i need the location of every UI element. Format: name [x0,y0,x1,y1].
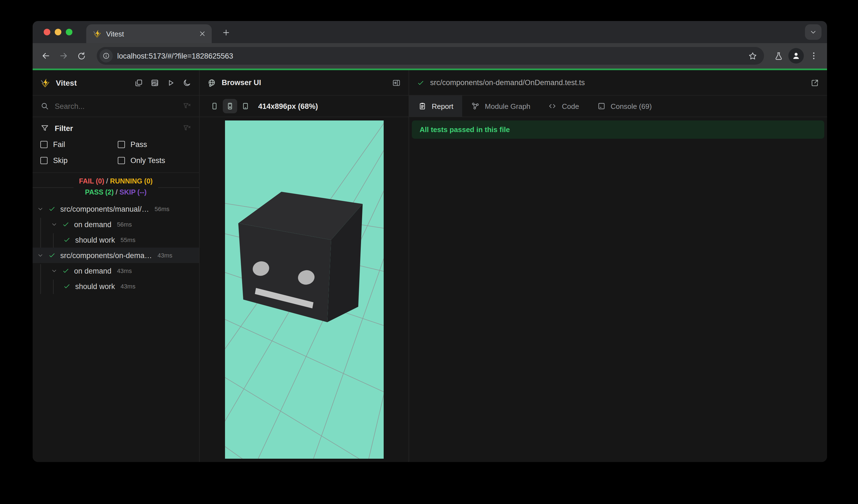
vitest-favicon-icon [93,29,102,38]
pass-check-icon [62,267,70,275]
pass-check-icon [48,251,56,259]
device-tablet-button[interactable] [238,99,253,113]
report-tabs: Report Module Graph Code Console (69) [409,96,827,117]
tab-module-graph[interactable]: Module Graph [462,96,539,117]
browser-menu-button[interactable] [806,48,822,64]
device-phone-plus-button[interactable] [223,99,237,113]
rendered-test-page[interactable] [225,120,383,459]
checkbox[interactable] [118,141,125,148]
duration-label: 56ms [117,221,132,228]
tab-search-button[interactable] [805,24,822,40]
globe-icon [207,78,216,87]
tab-console[interactable]: Console (69) [588,96,661,117]
info-icon [102,52,110,60]
chevron-down-icon[interactable] [37,206,44,212]
pass-check-icon [62,221,70,228]
tab-strip: Vitest [33,21,827,43]
zoom-window-button[interactable] [66,29,73,35]
console-icon [597,102,606,111]
clear-search-filter-icon[interactable] [182,102,191,111]
fail-count: FAIL (0) [79,177,104,185]
vitest-logo-icon [41,78,50,87]
test-viewport-area [200,117,409,462]
chevron-down-icon[interactable] [51,267,58,274]
filter-checkbox-pass[interactable]: Pass [118,140,191,149]
device-small-phone-button[interactable] [207,99,222,113]
tab-code[interactable]: Code [539,96,588,117]
bookmark-button[interactable] [745,51,760,61]
duration-label: 56ms [155,206,170,212]
back-button[interactable] [38,48,54,64]
browser-ui-panel: Browser UI 414x896px (68%) [200,70,409,462]
minimize-window-button[interactable] [55,29,61,35]
app-title: Vitest [56,78,77,87]
phone-plus-icon [225,102,234,111]
filter-checkbox-skip[interactable]: Skip [41,157,118,165]
filter-checkbox-fail[interactable]: Fail [41,140,118,149]
new-tab-button[interactable] [220,26,233,39]
address-bar[interactable]: localhost:5173/#/?file=1828625563 [97,47,764,65]
tablet-icon [241,102,250,111]
test-file-row-selected[interactable]: src/components/on-dema… 43ms [33,248,199,263]
device-toolbar: 414x896px (68%) [200,96,409,117]
pass-check-icon [417,79,425,86]
arrow-left-icon [41,51,51,61]
checkbox[interactable] [41,141,48,148]
filter-section: Filter Fail Pass Skip Only Tests [33,117,199,173]
test-suite-row[interactable]: on demand 43ms [33,263,199,278]
clear-filter-icon[interactable] [182,124,191,133]
dark-mode-icon[interactable] [182,78,191,87]
run-all-icon[interactable] [166,78,175,87]
browser-window: Vitest localhost:5173/#/?file=1828625563 [33,21,827,462]
chevron-down-icon[interactable] [51,221,58,228]
test-suite-row[interactable]: on demand 56ms [33,217,199,232]
tab-title: Vitest [106,30,194,38]
desktop: Vitest localhost:5173/#/?file=1828625563 [0,0,858,504]
browser-tab[interactable]: Vitest [86,24,212,43]
open-in-editor-icon[interactable] [810,78,819,87]
duration-label: 43ms [158,252,173,259]
checkbox[interactable] [41,157,48,164]
collapse-panels-icon[interactable] [134,78,143,87]
reload-button[interactable] [74,48,89,64]
url-text: localhost:5173/#/?file=1828625563 [117,52,741,60]
window-controls [44,29,73,35]
browser-ui-title: Browser UI [222,79,261,87]
tab-report[interactable]: Report [409,96,462,117]
close-tab-icon[interactable] [198,30,206,37]
dashboard-icon[interactable] [150,78,159,87]
profile-button[interactable] [788,48,804,64]
chevron-down-icon[interactable] [37,252,44,259]
duration-label: 43ms [121,283,136,290]
arrow-right-icon [59,51,68,61]
star-icon [748,51,757,61]
running-count: RUNNING (0) [110,177,153,185]
duration-label: 43ms [117,267,132,274]
forward-button[interactable] [56,48,71,64]
funnel-icon [41,124,49,133]
report-panel: src/components/on-demand/OnDemand.test.t… [409,70,827,462]
report-icon [418,102,427,111]
checkbox[interactable] [118,157,125,164]
reload-icon [77,51,86,61]
close-window-button[interactable] [44,29,50,35]
browser-ui-header: Browser UI [200,70,409,96]
kebab-menu-icon [809,51,819,61]
file-header: src/components/on-demand/OnDemand.test.t… [409,70,827,96]
search-input[interactable] [55,102,177,110]
test-case-row[interactable]: should work 55ms [33,232,199,248]
skip-count: SKIP (--) [120,189,146,196]
experiments-button[interactable] [770,48,786,64]
vitest-ui: Vitest F [33,70,827,462]
search-bar [33,96,199,117]
filter-checkbox-only-tests[interactable]: Only Tests [118,157,191,165]
test-tree: src/components/manual/… 56ms on demand 5… [33,201,199,462]
plus-icon [222,28,231,37]
dock-panel-icon[interactable] [392,78,401,87]
test-case-row[interactable]: should work 43ms [33,278,199,294]
test-file-row[interactable]: src/components/manual/… 56ms [33,201,199,217]
pass-check-icon [48,205,56,213]
pass-check-icon [63,282,71,290]
site-info-button[interactable] [99,49,113,63]
pass-count: PASS (2) [85,189,114,196]
